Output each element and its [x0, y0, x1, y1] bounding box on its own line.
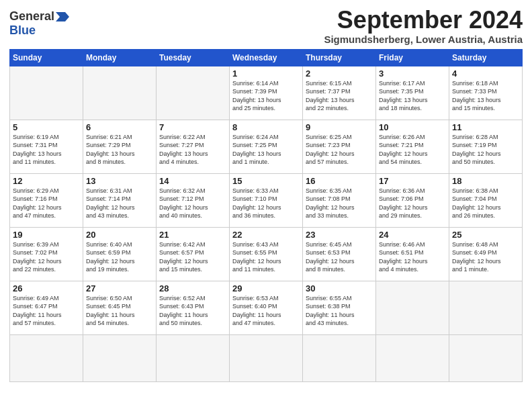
- table-row: [449, 281, 523, 334]
- day-info: Sunrise: 6:46 AM Sunset: 6:51 PM Dayligh…: [379, 240, 446, 274]
- day-number: 8: [232, 122, 300, 132]
- col-thursday: Thursday: [303, 49, 376, 66]
- day-number: 16: [306, 176, 373, 186]
- day-info: Sunrise: 6:36 AM Sunset: 7:06 PM Dayligh…: [379, 187, 446, 220]
- table-row: [83, 334, 157, 381]
- logo: General Blue: [9, 9, 69, 38]
- table-row: 14Sunrise: 6:32 AM Sunset: 7:12 PM Dayli…: [157, 173, 230, 227]
- calendar-container: General Blue September 2024 Sigmundsherb…: [0, 0, 532, 387]
- table-row: 8Sunrise: 6:24 AM Sunset: 7:25 PM Daylig…: [230, 120, 303, 173]
- table-row: [83, 66, 157, 120]
- day-info: Sunrise: 6:19 AM Sunset: 7:31 PM Dayligh…: [13, 133, 80, 167]
- table-row: 17Sunrise: 6:36 AM Sunset: 7:06 PM Dayli…: [376, 173, 449, 227]
- calendar-header-row: Sunday Monday Tuesday Wednesday Thursday…: [10, 49, 523, 66]
- day-number: 10: [379, 122, 446, 132]
- table-row: [10, 66, 83, 120]
- day-number: 17: [379, 176, 446, 186]
- day-info: Sunrise: 6:15 AM Sunset: 7:37 PM Dayligh…: [306, 79, 373, 113]
- table-row: 4Sunrise: 6:18 AM Sunset: 7:33 PM Daylig…: [449, 66, 523, 120]
- day-info: Sunrise: 6:18 AM Sunset: 7:33 PM Dayligh…: [452, 79, 519, 113]
- day-info: Sunrise: 6:52 AM Sunset: 6:43 PM Dayligh…: [159, 294, 226, 328]
- day-number: 28: [159, 283, 226, 293]
- day-info: Sunrise: 6:21 AM Sunset: 7:29 PM Dayligh…: [86, 133, 153, 167]
- day-number: 3: [379, 68, 446, 79]
- calendar-row-2: 12Sunrise: 6:29 AM Sunset: 7:16 PM Dayli…: [10, 173, 523, 227]
- day-number: 12: [13, 176, 80, 186]
- day-info: Sunrise: 6:45 AM Sunset: 6:53 PM Dayligh…: [306, 240, 373, 274]
- table-row: 30Sunrise: 6:55 AM Sunset: 6:38 PM Dayli…: [303, 281, 376, 334]
- svg-marker-0: [56, 12, 69, 21]
- day-info: Sunrise: 6:22 AM Sunset: 7:27 PM Dayligh…: [159, 133, 226, 167]
- month-title: September 2024: [324, 7, 523, 34]
- table-row: 1Sunrise: 6:14 AM Sunset: 7:39 PM Daylig…: [230, 66, 303, 120]
- table-row: 28Sunrise: 6:52 AM Sunset: 6:43 PM Dayli…: [157, 281, 230, 334]
- table-row: 3Sunrise: 6:17 AM Sunset: 7:35 PM Daylig…: [376, 66, 449, 120]
- day-number: 1: [232, 68, 300, 79]
- calendar-row-0: 1Sunrise: 6:14 AM Sunset: 7:39 PM Daylig…: [10, 66, 523, 120]
- header: General Blue September 2024 Sigmundsherb…: [9, 7, 523, 45]
- day-info: Sunrise: 6:42 AM Sunset: 6:57 PM Dayligh…: [159, 240, 226, 274]
- day-info: Sunrise: 6:35 AM Sunset: 7:08 PM Dayligh…: [306, 187, 373, 220]
- day-number: 6: [86, 122, 153, 132]
- calendar-row-3: 19Sunrise: 6:39 AM Sunset: 7:02 PM Dayli…: [10, 227, 523, 281]
- table-row: 20Sunrise: 6:40 AM Sunset: 6:59 PM Dayli…: [83, 227, 157, 281]
- day-number: 29: [232, 283, 300, 293]
- table-row: 29Sunrise: 6:53 AM Sunset: 6:40 PM Dayli…: [230, 281, 303, 334]
- day-info: Sunrise: 6:39 AM Sunset: 7:02 PM Dayligh…: [13, 240, 80, 274]
- col-saturday: Saturday: [449, 49, 523, 66]
- table-row: 24Sunrise: 6:46 AM Sunset: 6:51 PM Dayli…: [376, 227, 449, 281]
- day-number: 27: [86, 283, 153, 293]
- day-info: Sunrise: 6:48 AM Sunset: 6:49 PM Dayligh…: [452, 240, 519, 274]
- day-info: Sunrise: 6:38 AM Sunset: 7:04 PM Dayligh…: [452, 187, 519, 220]
- logo-arrow-icon: [56, 12, 69, 21]
- day-number: 21: [159, 230, 226, 240]
- day-info: Sunrise: 6:53 AM Sunset: 6:40 PM Dayligh…: [232, 294, 300, 328]
- day-info: Sunrise: 6:14 AM Sunset: 7:39 PM Dayligh…: [232, 79, 300, 113]
- col-tuesday: Tuesday: [157, 49, 230, 66]
- calendar-row-4: 26Sunrise: 6:49 AM Sunset: 6:47 PM Dayli…: [10, 281, 523, 334]
- logo-blue-text: Blue: [9, 24, 36, 38]
- table-row: 25Sunrise: 6:48 AM Sunset: 6:49 PM Dayli…: [449, 227, 523, 281]
- day-number: 25: [452, 230, 519, 240]
- day-info: Sunrise: 6:24 AM Sunset: 7:25 PM Dayligh…: [232, 133, 300, 167]
- table-row: [10, 334, 83, 381]
- day-number: 24: [379, 230, 446, 240]
- table-row: 7Sunrise: 6:22 AM Sunset: 7:27 PM Daylig…: [157, 120, 230, 173]
- day-number: 18: [452, 176, 519, 186]
- table-row: 18Sunrise: 6:38 AM Sunset: 7:04 PM Dayli…: [449, 173, 523, 227]
- day-number: 30: [306, 283, 373, 293]
- day-number: 2: [306, 68, 373, 79]
- day-number: 26: [13, 283, 80, 293]
- day-info: Sunrise: 6:55 AM Sunset: 6:38 PM Dayligh…: [306, 294, 373, 328]
- day-number: 7: [159, 122, 226, 132]
- day-info: Sunrise: 6:25 AM Sunset: 7:23 PM Dayligh…: [306, 133, 373, 167]
- col-sunday: Sunday: [10, 49, 83, 66]
- table-row: 6Sunrise: 6:21 AM Sunset: 7:29 PM Daylig…: [83, 120, 157, 173]
- day-info: Sunrise: 6:50 AM Sunset: 6:45 PM Dayligh…: [86, 294, 153, 328]
- table-row: 22Sunrise: 6:43 AM Sunset: 6:55 PM Dayli…: [230, 227, 303, 281]
- table-row: 15Sunrise: 6:33 AM Sunset: 7:10 PM Dayli…: [230, 173, 303, 227]
- day-info: Sunrise: 6:31 AM Sunset: 7:14 PM Dayligh…: [86, 187, 153, 220]
- day-info: Sunrise: 6:28 AM Sunset: 7:19 PM Dayligh…: [452, 133, 519, 167]
- table-row: [376, 334, 449, 381]
- day-number: 9: [306, 122, 373, 132]
- day-info: Sunrise: 6:26 AM Sunset: 7:21 PM Dayligh…: [379, 133, 446, 167]
- table-row: [449, 334, 523, 381]
- day-number: 5: [13, 122, 80, 132]
- day-number: 4: [452, 68, 519, 79]
- table-row: [230, 334, 303, 381]
- day-number: 23: [306, 230, 373, 240]
- col-friday: Friday: [376, 49, 449, 66]
- table-row: 11Sunrise: 6:28 AM Sunset: 7:19 PM Dayli…: [449, 120, 523, 173]
- location-title: Sigmundsherberg, Lower Austria, Austria: [324, 34, 523, 45]
- table-row: [376, 281, 449, 334]
- table-row: 21Sunrise: 6:42 AM Sunset: 6:57 PM Dayli…: [157, 227, 230, 281]
- calendar-table: Sunday Monday Tuesday Wednesday Thursday…: [9, 49, 523, 382]
- day-info: Sunrise: 6:29 AM Sunset: 7:16 PM Dayligh…: [13, 187, 80, 220]
- table-row: [157, 66, 230, 120]
- table-row: 9Sunrise: 6:25 AM Sunset: 7:23 PM Daylig…: [303, 120, 376, 173]
- table-row: 26Sunrise: 6:49 AM Sunset: 6:47 PM Dayli…: [10, 281, 83, 334]
- col-wednesday: Wednesday: [230, 49, 303, 66]
- day-info: Sunrise: 6:17 AM Sunset: 7:35 PM Dayligh…: [379, 79, 446, 113]
- day-info: Sunrise: 6:40 AM Sunset: 6:59 PM Dayligh…: [86, 240, 153, 274]
